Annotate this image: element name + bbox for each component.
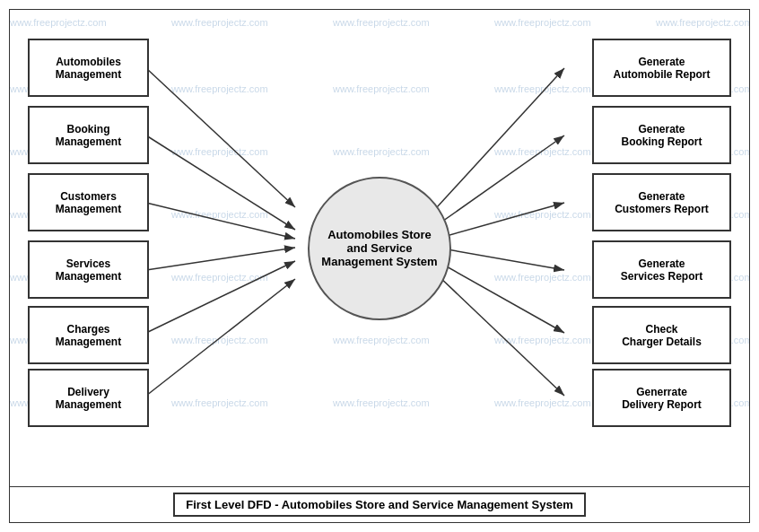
booking-management-node: BookingManagement xyxy=(28,106,149,164)
watermark-4: www.freeprojectz.com xyxy=(494,17,591,28)
watermark-24: www.freeprojectz.com xyxy=(494,272,591,283)
center-label: Automobiles Store and Service Management… xyxy=(318,228,441,268)
watermark-7: www.freeprojectz.com xyxy=(171,83,268,94)
gen-customers-report-label: GenerateCustomers Report xyxy=(615,190,709,215)
watermark-22: www.freeprojectz.com xyxy=(171,272,268,283)
watermark-8: www.freeprojectz.com xyxy=(333,83,430,94)
services-management-label: ServicesManagement xyxy=(56,257,121,283)
center-circle: Automobiles Store and Service Management… xyxy=(308,177,451,320)
automobiles-management-node: AutomobilesManagement xyxy=(28,39,149,97)
watermark-9: www.freeprojectz.com xyxy=(494,83,591,94)
customers-management-label: CustomersManagement xyxy=(56,190,121,215)
booking-management-label: BookingManagement xyxy=(56,123,121,148)
gen-customers-report-node: GenerateCustomers Report xyxy=(592,173,731,231)
watermark-27: www.freeprojectz.com xyxy=(171,335,268,345)
gen-delivery-report-label: GenerrateDelivery Report xyxy=(622,386,702,411)
gen-automobile-report-label: GenerateAutomobile Report xyxy=(614,56,711,81)
gen-delivery-report-node: GenerrateDelivery Report xyxy=(592,369,731,427)
diagram-container: www.freeprojectz.com www.freeprojectz.co… xyxy=(9,9,750,523)
services-management-node: ServicesManagement xyxy=(28,240,149,299)
gen-automobile-report-node: GenerateAutomobile Report xyxy=(592,39,731,97)
check-charger-details-label: CheckCharger Details xyxy=(622,323,702,348)
delivery-management-node: DeliveryManagement xyxy=(28,369,149,427)
watermark-1: www.freeprojectz.com xyxy=(10,17,107,28)
watermark-3: www.freeprojectz.com xyxy=(333,17,430,28)
watermark-13: www.freeprojectz.com xyxy=(333,146,430,157)
gen-booking-report-node: GenerateBooking Report xyxy=(592,106,731,164)
watermark-29: www.freeprojectz.com xyxy=(494,335,591,345)
gen-services-report-node: GenerateServices Report xyxy=(592,240,731,299)
charges-management-label: ChargesManagement xyxy=(56,323,121,348)
check-charger-details-node: CheckCharger Details xyxy=(592,306,731,364)
automobiles-management-label: AutomobilesManagement xyxy=(56,56,121,81)
watermark-5: www.freeprojectz.com xyxy=(656,17,749,28)
customers-management-node: CustomersManagement xyxy=(28,173,149,231)
watermark-2: www.freeprojectz.com xyxy=(171,17,268,28)
gen-booking-report-label: GenerateBooking Report xyxy=(622,123,702,148)
watermark-12: www.freeprojectz.com xyxy=(171,146,268,157)
watermark-28: www.freeprojectz.com xyxy=(333,335,430,345)
watermark-34: www.freeprojectz.com xyxy=(494,397,591,408)
watermark-19: www.freeprojectz.com xyxy=(494,209,591,220)
watermark-17: www.freeprojectz.com xyxy=(171,209,268,220)
delivery-management-label: DeliveryManagement xyxy=(56,386,121,411)
watermark-33: www.freeprojectz.com xyxy=(333,397,430,408)
watermark-14: www.freeprojectz.com xyxy=(494,146,591,157)
gen-services-report-label: GenerateServices Report xyxy=(621,257,702,283)
charges-management-node: ChargesManagement xyxy=(28,306,149,364)
watermark-32: www.freeprojectz.com xyxy=(171,397,268,408)
